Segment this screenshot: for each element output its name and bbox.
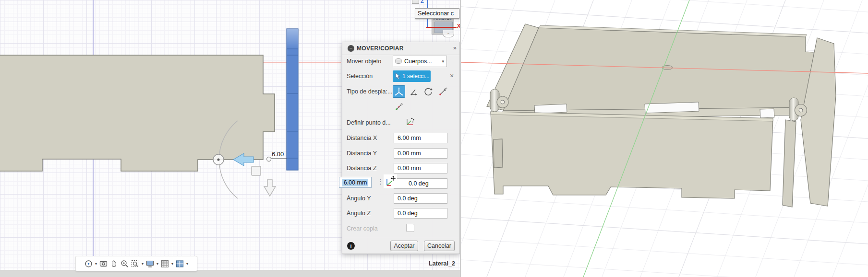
right-scene [461, 0, 868, 277]
pivot-center-dot [217, 159, 220, 161]
selected-body-slat[interactable] [287, 29, 298, 170]
move-type-translate-button[interactable] [408, 86, 420, 97]
manipulator-origin-dot[interactable] [267, 157, 271, 162]
dimension-label: 6.00 [272, 150, 284, 158]
right-hinge-hole [799, 108, 803, 112]
zoom-window-caret-icon[interactable]: ▾ [142, 262, 144, 266]
point-to-position-icon [394, 102, 404, 111]
plane-move-handle[interactable] [252, 166, 261, 175]
grid-settings-caret-icon[interactable]: ▾ [171, 262, 173, 266]
angulo-y-label: Ángulo Y [347, 195, 393, 202]
definir-punto-button[interactable] [404, 115, 416, 127]
move-type-free-button[interactable] [393, 85, 405, 98]
free-move-icon [394, 87, 404, 96]
distancia-x-label: Distancia X [347, 135, 393, 141]
translate-y-arrow[interactable] [264, 180, 276, 196]
fusion360-canvas: 6.00 Z FRONTAL X ⌄ Seleccionar c − MOVER… [0, 0, 868, 277]
mover-objeto-dropdown[interactable]: Cuerpos... ▾ [393, 56, 447, 67]
viewcube-menu-chevron-icon[interactable]: ⌄ [443, 30, 454, 37]
clear-selection-icon[interactable]: × [450, 72, 454, 80]
dialog-footer: i Aceptar Cancelar [342, 237, 459, 255]
display-settings-caret-icon[interactable]: ▾ [157, 262, 158, 266]
crear-copia-checkbox[interactable] [406, 224, 414, 232]
seleccion-label: Selección [347, 73, 393, 80]
angulo-x-field[interactable]: 0.0 deg [394, 178, 447, 189]
dialog-title: MOVER/COPIAR [357, 45, 404, 52]
box-back-wall[interactable] [503, 28, 813, 111]
flat-panel-body[interactable] [0, 55, 275, 171]
angulo-z-field[interactable]: 0.0 deg [394, 208, 447, 219]
viewport-divider[interactable] [460, 0, 461, 277]
front-wall-slot [494, 139, 503, 168]
tipo-desplazamiento-label: Tipo de despla:... [347, 88, 393, 95]
info-icon[interactable]: i [347, 242, 355, 250]
cancelar-button[interactable]: Cancelar [424, 241, 455, 251]
left-hinge-hole [501, 100, 505, 104]
x-axis-indicator-line [426, 27, 457, 28]
move-type-point-to-position-button[interactable] [393, 101, 405, 112]
distancia-y-field[interactable]: 0.00 mm [394, 148, 447, 159]
translate-icon [409, 87, 419, 96]
seleccion-value: 1 selecci... [402, 73, 430, 80]
dialog-header[interactable]: − MOVER/COPIAR » [342, 42, 459, 55]
set-pivot-icon [405, 116, 415, 127]
mover-objeto-value: Cuerpos... [404, 58, 442, 65]
mover-objeto-label: Mover objeto [347, 58, 393, 65]
distancia-z-field[interactable]: 0.00 mm [394, 163, 447, 173]
viewports-caret-icon[interactable]: ▾ [186, 262, 188, 266]
definir-punto-label: Definir punto d... [347, 119, 393, 126]
z-axis-label: Z [421, 0, 424, 4]
tooltip: Seleccionar c [415, 8, 459, 19]
expand-panel-icon[interactable]: » [453, 44, 457, 51]
point-to-point-icon [438, 87, 447, 96]
right-viewport[interactable] [461, 0, 868, 277]
box-front-wall[interactable] [491, 112, 773, 198]
chevron-down-icon[interactable]: ▾ [442, 59, 444, 64]
rotate-icon [423, 87, 433, 96]
aceptar-button[interactable]: Aceptar [390, 241, 418, 251]
zoom-icon[interactable] [120, 259, 129, 268]
cursor-icon [395, 73, 400, 80]
viewcube-home-icon[interactable] [412, 0, 419, 4]
drag-handle-icon[interactable]: ⋮ [377, 177, 384, 186]
seleccion-chip[interactable]: 1 selecci... [393, 70, 431, 82]
orbit-caret-icon[interactable]: ▾ [95, 262, 97, 266]
viewport-bottom-bar [0, 270, 460, 277]
pan-icon[interactable] [109, 259, 119, 268]
move-copy-dialog[interactable]: − MOVER/COPIAR » Mover objeto Cuerpos...… [342, 42, 460, 254]
distance-inline-value: 6.00 mm [342, 179, 369, 186]
angulo-y-field[interactable]: 0.0 deg [394, 193, 447, 204]
display-settings-icon[interactable] [145, 259, 155, 268]
distance-inline-input[interactable]: 6.00 mm [339, 177, 372, 188]
body-icon [395, 58, 402, 65]
selected-body-slat-top [287, 29, 298, 49]
move-type-point-to-point-button[interactable] [437, 86, 448, 97]
orbit-icon[interactable] [84, 259, 93, 268]
distancia-x-field[interactable]: 6.00 mm [394, 133, 447, 143]
navigation-toolbar[interactable]: ▾ ▾ [75, 256, 197, 271]
distancia-z-label: Distancia Z [347, 165, 393, 172]
grid-settings-icon[interactable] [160, 259, 169, 268]
distancia-y-label: Distancia Y [347, 150, 393, 157]
manipulator-mode-icon[interactable] [384, 174, 397, 188]
move-type-rotate-button[interactable] [422, 86, 434, 97]
angulo-z-label: Ángulo Z [347, 210, 393, 217]
collapse-icon[interactable]: − [348, 45, 354, 52]
viewports-icon[interactable] [175, 259, 184, 268]
viewport-body-name: Lateral_2 [429, 260, 455, 267]
look-at-icon[interactable] [99, 259, 108, 268]
zoom-window-icon[interactable] [131, 259, 140, 268]
left-viewport[interactable]: 6.00 Z FRONTAL X ⌄ Seleccionar c − MOVER… [0, 0, 460, 277]
crear-copia-label: Crear copia [347, 225, 393, 232]
